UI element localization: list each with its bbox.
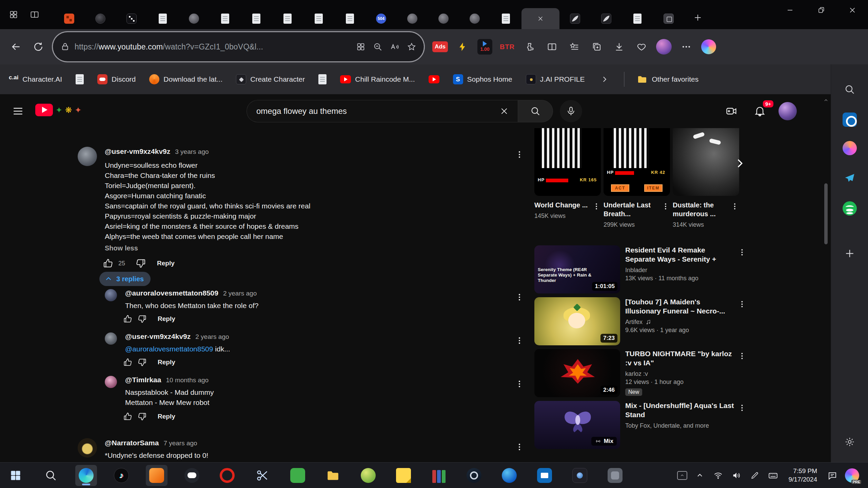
split-screen-icon[interactable]	[543, 38, 561, 56]
taskbar-winrar-icon[interactable]	[428, 465, 450, 486]
scroll-up-arrow-icon[interactable]	[823, 98, 829, 103]
tray-flyout-icon[interactable]	[677, 471, 687, 480]
add-favorite-icon[interactable]	[407, 42, 416, 52]
favorite-sophos[interactable]: S Sophos Home	[453, 74, 512, 84]
video-thumbnail[interactable]: 7:23	[534, 297, 620, 345]
carousel-thumbnail[interactable]: HP KR 42 ACT ITEM	[604, 128, 670, 196]
refresh-button[interactable]	[28, 37, 48, 57]
favorite-create-character[interactable]: Create Character	[236, 74, 305, 84]
wifi-icon[interactable]	[712, 470, 724, 481]
video-title[interactable]: [Touhou 7] A Maiden's Illusionary Funera…	[625, 297, 734, 316]
tab-actions-icon[interactable]	[26, 6, 43, 23]
comment-options-icon[interactable]	[513, 290, 526, 304]
video-thumbnail[interactable]: 2:46	[534, 349, 620, 397]
downloads-icon[interactable]	[610, 38, 628, 56]
browser-tab[interactable]	[178, 8, 210, 29]
video-thumbnail[interactable]: Mix	[534, 401, 620, 449]
voice-search-icon[interactable]	[560, 100, 582, 122]
settings-more-icon[interactable]	[677, 38, 695, 56]
taskbar-green-app-icon[interactable]	[287, 465, 309, 486]
speed-extension-icon[interactable]: 1.00	[476, 38, 494, 56]
back-button[interactable]	[6, 37, 26, 57]
youtube-logo[interactable]: ✦ ❋ ✦	[35, 104, 81, 116]
page-scrollbar[interactable]	[823, 94, 829, 462]
carousel-thumbnail[interactable]	[673, 128, 739, 196]
taskbar-tiktok-icon[interactable]: ♪	[111, 465, 132, 486]
extensions-puzzle-icon[interactable]	[521, 38, 538, 56]
video-title[interactable]: World Change ...	[534, 201, 591, 209]
taskbar-search-icon[interactable]	[40, 465, 62, 486]
video-channel[interactable]: Artifex	[625, 319, 734, 326]
address-bar[interactable]: https://www.youtube.com/watch?v=GZcI1_0b…	[53, 32, 424, 61]
start-button[interactable]	[5, 465, 26, 486]
user-avatar[interactable]	[778, 102, 797, 120]
carousel-thumbnail[interactable]: HP KR 165	[534, 128, 601, 196]
favorite-document[interactable]	[76, 74, 84, 84]
taskbar-gray-app-icon[interactable]	[604, 465, 626, 486]
browser-tab[interactable]	[591, 8, 622, 29]
search-box[interactable]	[246, 100, 518, 122]
taskbar-green-ball-app-icon[interactable]	[357, 465, 379, 486]
restore-button[interactable]	[806, 0, 837, 20]
close-window-button[interactable]	[837, 0, 868, 20]
taskbar-blue-app-icon[interactable]	[498, 465, 520, 486]
taskbar-discord-icon[interactable]	[181, 465, 203, 486]
reply-author[interactable]: @TimIrkaa	[125, 376, 161, 384]
taskbar-copilot-icon[interactable]: PRE	[845, 468, 859, 483]
video-title[interactable]: Resident Evil 4 Remake Separate Ways - S…	[625, 245, 734, 264]
browser-tab[interactable]	[272, 8, 303, 29]
like-icon[interactable]	[103, 258, 114, 269]
commenter-avatar[interactable]	[78, 147, 97, 166]
browser-tab[interactable]	[397, 8, 428, 29]
video-options-icon[interactable]	[736, 298, 748, 310]
touch-keyboard-icon[interactable]	[767, 470, 779, 481]
browser-tab[interactable]: 504	[366, 8, 397, 29]
video-channel[interactable]: Inblader	[625, 267, 734, 274]
taskbar-camera-app-icon[interactable]	[569, 465, 591, 486]
browser-tab[interactable]	[303, 8, 334, 29]
designer-icon[interactable]	[843, 141, 857, 155]
create-icon[interactable]	[722, 101, 741, 121]
video-options-icon[interactable]	[736, 402, 748, 414]
site-apps-icon[interactable]	[356, 42, 366, 52]
video-options-icon[interactable]	[660, 201, 671, 212]
outlook-icon[interactable]	[843, 113, 857, 127]
video-list-item[interactable]: 2:46 TURBO NIGHTMARE "by karloz :v vs IA…	[534, 349, 746, 397]
active-tab-youtube[interactable]	[521, 8, 559, 29]
carousel-next-icon[interactable]	[731, 155, 749, 172]
taskbar-file-explorer-icon[interactable]	[322, 465, 344, 486]
taskbar-microsoft-store-icon[interactable]	[534, 465, 555, 486]
favorite-characterai[interactable]: c.ai Character.AI	[9, 74, 62, 84]
browser-tab[interactable]	[490, 8, 521, 29]
video-options-icon[interactable]	[736, 246, 748, 258]
collections-icon[interactable]	[588, 38, 606, 56]
taskbar-steam-icon[interactable]	[463, 465, 485, 486]
reply-avatar[interactable]	[105, 376, 117, 388]
reply-avatar[interactable]	[105, 332, 117, 345]
zoom-icon[interactable]	[373, 42, 382, 52]
video-list-item[interactable]: Mix Mix - [Undershuffle] Aqua's Last Sta…	[534, 401, 746, 449]
video-options-icon[interactable]	[729, 201, 741, 212]
comment-options-icon[interactable]	[513, 377, 526, 391]
browser-tab[interactable]	[334, 8, 366, 29]
workspaces-icon[interactable]	[5, 6, 22, 23]
video-channel[interactable]: Toby Fox, Undertale, and more	[625, 422, 734, 429]
btr-extension-icon[interactable]: BTR	[498, 38, 516, 56]
favorites-overflow-icon[interactable]	[600, 75, 609, 84]
like-icon[interactable]	[123, 314, 133, 324]
favorite-discord[interactable]: Discord	[97, 74, 136, 84]
browser-tab[interactable]	[210, 8, 241, 29]
taskbar-orange-app-icon[interactable]	[146, 465, 167, 486]
video-options-icon[interactable]	[591, 201, 602, 212]
reply-author[interactable]: @user-vm9xz4kv9z	[125, 332, 191, 341]
hidden-icons-chevron[interactable]	[694, 470, 706, 481]
comment-author[interactable]: @NarratorSama	[105, 439, 159, 447]
favorite-download[interactable]: Download the lat...	[149, 74, 222, 84]
new-tab-button[interactable]	[688, 8, 707, 27]
browser-tab[interactable]	[428, 8, 459, 29]
browser-tab[interactable]	[54, 8, 85, 29]
browser-tab[interactable]	[116, 8, 147, 29]
reply-button[interactable]: Reply	[157, 260, 175, 267]
video-channel[interactable]: karloz :v	[625, 370, 734, 378]
minimize-button[interactable]	[774, 0, 806, 20]
